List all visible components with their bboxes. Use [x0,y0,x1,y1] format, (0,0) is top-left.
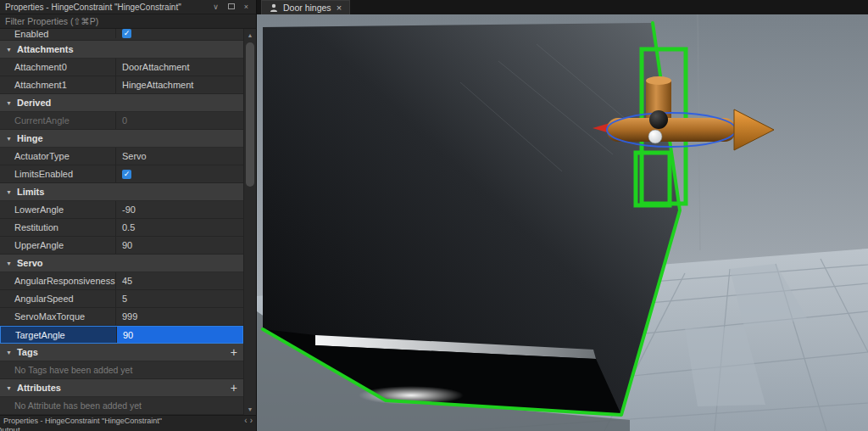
section-caret-icon[interactable]: ▼ [6,260,12,266]
close-icon[interactable]: × [242,0,251,14]
section-header-attributes[interactable]: ▼Attributes+ [0,379,243,397]
tab-label: Door hinges [283,3,331,13]
section-header-attachments[interactable]: ▼Attachments [0,41,243,59]
chevron-down-icon[interactable]: ∨ [211,0,220,14]
float-window-glyph [228,3,235,9]
add-tags-icon[interactable]: + [231,346,237,358]
section-header-limits[interactable]: ▼Limits [0,183,243,201]
checkbox[interactable]: ✓ [122,170,131,179]
section-caret-icon[interactable]: ▼ [6,136,12,142]
section-label: Attributes [17,383,61,393]
section-label: Servo [17,258,43,268]
tab-door-hinges[interactable]: Door hinges × [261,0,350,14]
hinge-axis-cylinder-cap [646,76,671,85]
property-name: Attachment1 [0,76,116,93]
property-value[interactable]: 90 [117,327,242,343]
property-name: LimitsEnabled [0,165,116,182]
properties-bottom-tab[interactable]: Properties - HingeConstraint "HingeConst… [0,416,256,426]
add-attributes-icon[interactable]: + [231,382,237,394]
property-row-lowerangle[interactable]: LowerAngle-90 [0,201,243,219]
properties-titlebar[interactable]: Properties - HingeConstraint "HingeConst… [0,0,256,14]
property-value[interactable]: 5 [116,290,243,307]
empty-note: No Attribute has been added yet [0,397,243,415]
property-row-angularspeed[interactable]: AngularSpeed5 [0,290,243,308]
property-value[interactable]: 90 [116,237,243,254]
property-value[interactable]: 0 [116,112,243,129]
empty-note: No Tags have been added yet [0,361,243,379]
property-row-restitution[interactable]: Restitution0.5 [0,219,243,237]
chevron-right-icon[interactable]: › [250,417,253,425]
property-name: Enabled [0,29,116,38]
chevron-left-icon[interactable]: ‹ [244,417,247,425]
property-value[interactable]: 999 [116,308,243,325]
property-value[interactable]: 45 [116,272,243,289]
output-bottom-tab[interactable]: Output [0,426,256,431]
properties-panel: Properties - HingeConstraint "HingeConst… [0,0,257,431]
checkbox[interactable]: ✓ [122,29,131,38]
properties-scrollbar[interactable]: ▲ ▼ [243,29,256,415]
float-window-icon[interactable] [226,0,236,14]
tab-close-icon[interactable]: × [337,3,342,13]
viewport-tabbar: Door hinges × [257,0,868,14]
scrollbar-thumb[interactable] [246,42,254,187]
property-name: AngularSpeed [0,290,116,307]
property-value[interactable]: DoorAttachment [116,59,243,76]
property-name: AngularResponsiveness [0,272,116,289]
white-sphere [648,130,662,143]
property-row-targetangle[interactable]: TargetAngle90 [0,326,243,344]
black-sphere [649,110,668,129]
property-value[interactable]: Servo [116,148,243,165]
scroll-down-icon[interactable]: ▼ [244,403,256,415]
section-header-derived[interactable]: ▼Derived [0,94,243,112]
scrollbar-track[interactable] [244,41,256,403]
property-name: ActuatorType [0,148,116,165]
property-value[interactable]: ✓ [116,165,243,182]
property-row-attachment0[interactable]: Attachment0DoorAttachment [0,59,243,76]
properties-body: Enabled✓▼AttachmentsAttachment0DoorAttac… [0,29,256,415]
property-row-actuatortype[interactable]: ActuatorTypeServo [0,148,243,165]
property-name: ServoMaxTorque [0,308,116,325]
section-label: Derived [17,98,51,108]
section-caret-icon[interactable]: ▼ [6,100,12,106]
door-part[interactable] [263,23,680,415]
property-name: Restitution [0,219,116,236]
bottom-collapsed-bars: Properties - HingeConstraint "HingeConst… [0,415,256,431]
property-value[interactable]: -90 [116,201,243,218]
filter-properties-input[interactable] [0,14,256,28]
properties-bottom-label: Properties - HingeConstraint "HingeConst… [3,417,242,425]
property-value[interactable]: ✓ [116,29,243,38]
property-row-attachment1[interactable]: Attachment1HingeAttachment [0,76,243,94]
section-caret-icon[interactable]: ▼ [6,350,12,355]
3d-scene[interactable] [257,14,868,431]
section-header-hinge[interactable]: ▼Hinge [0,130,243,148]
scroll-up-icon[interactable]: ▲ [244,29,256,41]
property-row-currentangle[interactable]: CurrentAngle0 [0,112,243,130]
property-value[interactable]: HingeAttachment [116,76,243,93]
section-header-tags[interactable]: ▼Tags+ [0,344,243,361]
property-row-upperangle[interactable]: UpperAngle90 [0,237,243,255]
section-label: Attachments [17,44,74,54]
section-caret-icon[interactable]: ▼ [6,385,12,391]
property-name: CurrentAngle [0,112,116,129]
section-caret-icon[interactable]: ▼ [6,189,12,195]
section-caret-icon[interactable]: ▼ [6,47,12,53]
hinge-spindle [607,118,736,142]
section-header-servo[interactable]: ▼Servo [0,255,243,272]
viewport-area: Door hinges × [257,0,868,431]
property-name: Attachment0 [0,59,116,76]
property-row-limitsenabled[interactable]: LimitsEnabled✓ [0,165,243,183]
property-row-enabled[interactable]: Enabled✓ [0,29,243,41]
person-icon [270,3,278,12]
property-row-angularresponsiveness[interactable]: AngularResponsiveness45 [0,272,243,290]
section-label: Hinge [17,133,43,143]
property-name: LowerAngle [0,201,116,218]
property-name: TargetAngle [1,327,117,343]
output-bottom-label: Output [0,426,256,431]
property-value[interactable]: 0.5 [116,219,243,236]
properties-list: Enabled✓▼AttachmentsAttachment0DoorAttac… [0,29,243,415]
property-row-servomaxtorque[interactable]: ServoMaxTorque999 [0,308,243,326]
section-label: Tags [17,347,38,357]
filter-properties-bar [0,14,256,29]
property-name: UpperAngle [0,237,116,254]
properties-panel-title: Properties - HingeConstraint "HingeConst… [5,3,205,12]
